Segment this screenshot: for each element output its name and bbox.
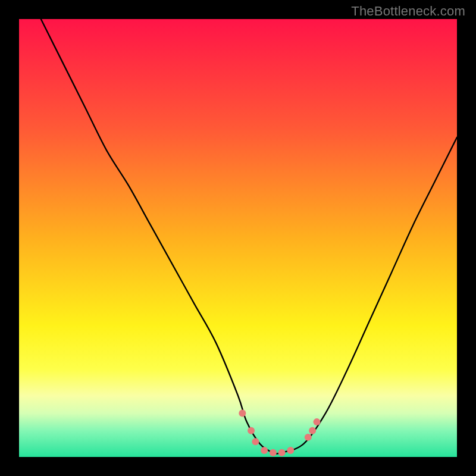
attribution-label: TheBottleneck.com [351, 4, 465, 19]
marker-point [252, 438, 259, 445]
marker-point [309, 427, 316, 434]
marker-point [270, 449, 277, 456]
marker-point [239, 409, 246, 416]
marker-point [248, 427, 255, 434]
bottleneck-chart-svg [19, 19, 457, 457]
marker-point [287, 447, 294, 454]
plot-area [19, 19, 457, 457]
marker-point [261, 447, 268, 454]
gradient-background [19, 19, 457, 457]
marker-point [313, 418, 320, 425]
marker-point [305, 434, 312, 441]
chart-frame: TheBottleneck.com [0, 0, 476, 476]
marker-point [278, 449, 286, 456]
